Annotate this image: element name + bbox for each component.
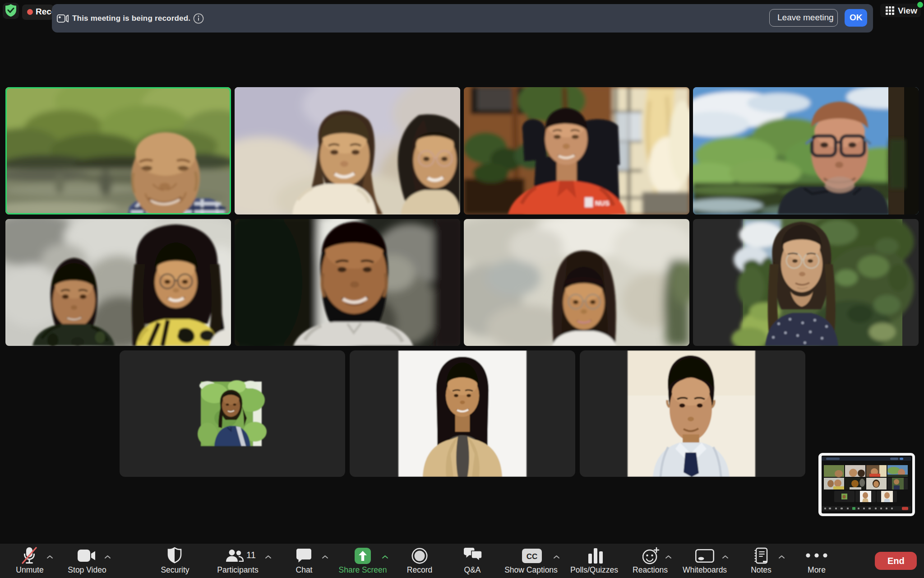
svg-text:NUS: NUS [595, 199, 610, 207]
svg-text:CC: CC [527, 552, 538, 561]
